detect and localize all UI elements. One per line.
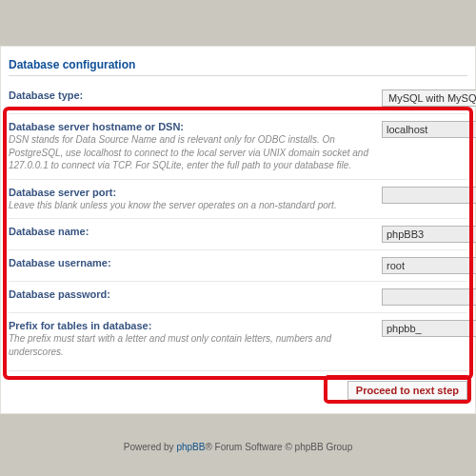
row-db-type: Database type: MySQL with MySQLi Exten	[9, 86, 467, 113]
row-db-port: Database server port: Leave this blank u…	[9, 179, 467, 219]
db-type-select[interactable]: MySQL with MySQLi Exten	[382, 89, 476, 107]
input-col: MySQL with MySQLi Exten	[382, 89, 467, 107]
input-col	[382, 257, 467, 274]
db-user-input[interactable]	[382, 257, 476, 274]
db-user-label: Database username:	[9, 257, 372, 268]
label-col: Database server hostname or DSN: DSN sta…	[9, 121, 382, 172]
row-db-user: Database username:	[9, 249, 467, 281]
db-prefix-label: Prefix for tables in database:	[9, 320, 372, 331]
install-panel: Database configuration Database type: My…	[0, 46, 476, 414]
db-prefix-help: The prefix must start with a letter and …	[9, 332, 372, 358]
input-col	[382, 320, 467, 337]
footer-suffix: ® Forum Software © phpBB Group	[205, 442, 352, 452]
db-host-help: DSN stands for Data Source Name and is r…	[9, 133, 372, 172]
input-col	[382, 288, 467, 306]
label-col: Prefix for tables in database: The prefi…	[9, 320, 382, 358]
db-type-label: Database type:	[9, 89, 372, 101]
input-col	[382, 121, 467, 138]
footer-credits: Powered by phpBB® Forum Software © phpBB…	[0, 442, 476, 452]
input-col	[382, 226, 467, 243]
row-db-host: Database server hostname or DSN: DSN sta…	[9, 113, 467, 179]
db-prefix-input[interactable]	[382, 320, 476, 337]
input-col	[382, 187, 467, 204]
row-db-name: Database name:	[9, 218, 467, 249]
db-port-input[interactable]	[382, 187, 476, 204]
label-col: Database password:	[9, 288, 382, 300]
footer-brand-link[interactable]: phpBB	[176, 442, 205, 452]
section-title: Database configuration	[9, 58, 467, 76]
db-port-help: Leave this blank unless you know the ser…	[9, 199, 372, 212]
db-host-label: Database server hostname or DSN:	[9, 121, 372, 132]
db-name-label: Database name:	[9, 226, 372, 237]
label-col: Database name:	[9, 226, 382, 237]
label-col: Database username:	[9, 257, 382, 268]
footer-prefix: Powered by	[124, 442, 177, 452]
db-host-input[interactable]	[382, 121, 476, 138]
db-port-label: Database server port:	[9, 187, 372, 198]
label-col: Database server port: Leave this blank u…	[9, 187, 382, 212]
row-db-pass: Database password:	[9, 281, 467, 312]
row-db-prefix: Prefix for tables in database: The prefi…	[9, 312, 467, 365]
db-pass-input[interactable]	[382, 288, 476, 306]
submit-area: Proceed to next step	[9, 370, 467, 400]
db-name-input[interactable]	[382, 226, 476, 243]
form-area: Database type: MySQL with MySQLi Exten D…	[9, 86, 467, 365]
proceed-button[interactable]: Proceed to next step	[347, 381, 467, 400]
db-pass-label: Database password:	[9, 288, 372, 300]
label-col: Database type:	[9, 89, 382, 101]
